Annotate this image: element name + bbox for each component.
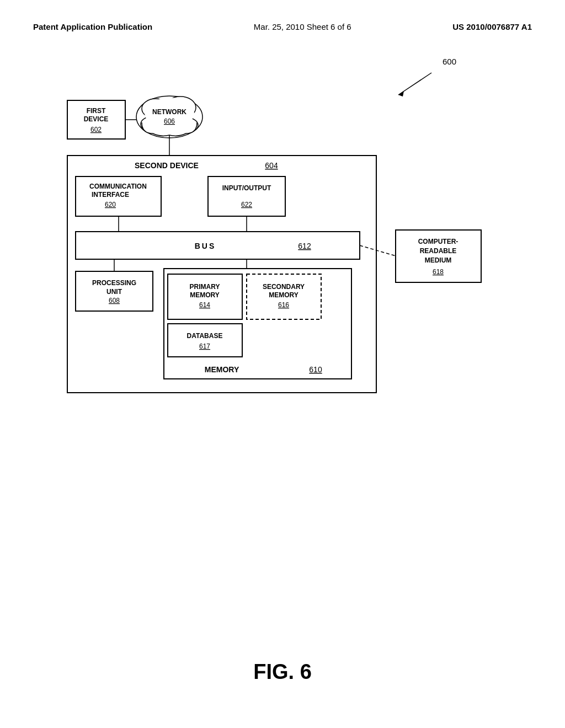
header: Patent Application Publication Mar. 25, … [33,22,532,31]
first-device-label2: DEVICE [84,115,109,123]
header-patent-number: US 2010/0076877 A1 [452,22,532,31]
memory-label: MEMORY [205,365,239,374]
sec-label2: MEMORY [269,291,299,299]
prim-ref: 614 [199,301,210,309]
bus-ref: 612 [298,242,311,250]
comp-label2: READABLE [420,247,457,255]
comp-label3: MEDIUM [425,256,452,264]
proc-label1: PROCESSING [92,279,136,287]
io-box [208,176,285,216]
proc-label2: UNIT [106,288,122,296]
database-box [168,324,242,357]
ref-600-arrowhead [398,91,404,97]
diagram-svg: 600 FIRST DEVICE 602 NETWORK [45,48,520,434]
figure-label: FIG. 6 [253,660,312,684]
comm-label2: INTERFACE [92,191,129,199]
second-device-label: SECOND DEVICE [135,161,199,170]
page: Patent Application Publication Mar. 25, … [0,0,565,728]
io-label1: INPUT/OUTPUT [222,184,271,192]
network-label: NETWORK [152,108,186,116]
comp-ref: 618 [433,268,444,276]
network-ref: 606 [164,117,175,125]
prim-label2: MEMORY [190,291,220,299]
proc-ref: 608 [109,297,120,304]
ref-600-text: 600 [443,57,456,66]
db-ref: 617 [199,342,210,350]
header-date-sheet: Mar. 25, 2010 Sheet 6 of 6 [254,22,351,31]
first-device-label1: FIRST [87,107,106,115]
diagram-area: 600 FIRST DEVICE 602 NETWORK [45,48,520,434]
network-cloud: NETWORK 606 [136,96,202,138]
comp-label1: COMPUTER- [418,238,459,245]
second-device-ref: 604 [265,161,278,170]
sec-ref: 616 [278,301,289,309]
comm-label1: COMMUNICATION [89,183,147,190]
comm-ref: 620 [105,201,116,208]
memory-ref: 610 [309,365,322,374]
bus-box [76,232,360,259]
io-ref: 622 [241,201,252,208]
prim-label1: PRIMARY [190,283,220,291]
bus-to-crm-line [360,245,396,256]
bus-label: BUS [195,242,216,250]
db-label: DATABASE [187,332,223,340]
first-device-ref: 602 [90,126,102,133]
header-publication: Patent Application Publication [33,22,152,31]
sec-label1: SECONDARY [263,283,305,291]
